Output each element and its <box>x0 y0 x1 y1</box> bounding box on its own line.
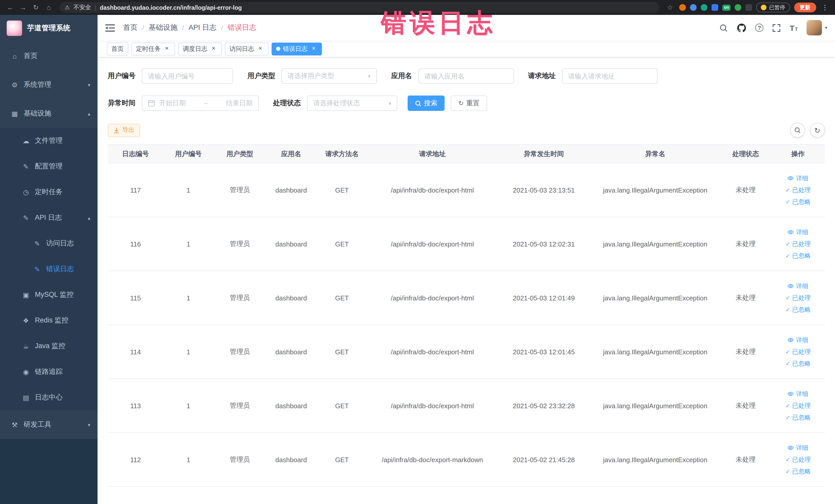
processed-link[interactable]: ✓已处理 <box>774 186 822 194</box>
help-icon[interactable]: ? <box>755 24 763 32</box>
detail-link[interactable]: 详细 <box>774 336 822 344</box>
date-range-picker[interactable]: 开始日期 ~ 结束日期 <box>142 96 259 111</box>
sidebar-item-system-management[interactable]: ⚙系统管理▾ <box>0 70 98 99</box>
toggle-search-button[interactable] <box>790 123 805 138</box>
logo-row[interactable]: 芋道管理系统 <box>0 15 98 42</box>
sidebar-item-config-management[interactable]: ✎配置管理 <box>0 154 98 179</box>
processed-link[interactable]: ✓已处理 <box>774 455 822 464</box>
refresh-icon: ↻ <box>459 100 464 107</box>
sidebar-item-dev-tools[interactable]: ⚒研发工具▾ <box>0 410 98 439</box>
ignored-link[interactable]: ✓已忽略 <box>774 359 822 368</box>
reload-icon[interactable]: ↻ <box>31 4 41 11</box>
ignored-link[interactable]: ✓已忽略 <box>774 413 822 422</box>
font-size-icon[interactable]: TT <box>790 23 798 32</box>
user-type-select[interactable]: 请选择用户类型 ▾ <box>281 68 377 84</box>
extension-icon-orange[interactable] <box>679 4 686 11</box>
close-icon[interactable]: × <box>257 45 264 53</box>
processed-link[interactable]: ✓已处理 <box>774 294 822 302</box>
extension-icon-blue[interactable] <box>690 4 697 11</box>
select-placeholder: 请选择用户类型 <box>287 72 334 81</box>
kebab-menu-icon[interactable]: ⋮ <box>820 4 830 11</box>
search-icon[interactable] <box>719 23 728 32</box>
extension-icon-green[interactable] <box>735 4 741 11</box>
close-icon[interactable]: × <box>163 45 170 53</box>
column-header: 用户类型 <box>213 144 266 163</box>
sidebar-item-infrastructure[interactable]: ▦基础设施▴ <box>0 99 98 128</box>
extension-icon-grid[interactable] <box>712 4 718 11</box>
paused-badge[interactable]: 已暂停 <box>756 3 790 12</box>
breadcrumb-item[interactable]: 首页 <box>123 23 138 32</box>
tab-home[interactable]: 首页 <box>107 42 128 55</box>
sidebar-item-label: 日志中心 <box>35 393 63 402</box>
avatar <box>807 20 822 36</box>
cell-app: dashboard <box>266 271 316 325</box>
processed-link[interactable]: ✓已处理 <box>774 347 822 356</box>
sidebar-item-mysql-monitor[interactable]: ▣MySQL 监控 <box>0 282 98 308</box>
filter-exception-time: 异常时间 开始日期 ~ 结束日期 <box>108 96 259 111</box>
sidebar-item-home[interactable]: ⌂首页 <box>0 42 98 70</box>
processed-link[interactable]: ✓已处理 <box>774 240 822 248</box>
update-button[interactable]: 更新 <box>794 3 816 12</box>
ignored-link[interactable]: ✓已忽略 <box>774 467 822 476</box>
hamburger-icon[interactable] <box>105 23 115 32</box>
ignored-link[interactable]: ✓已忽略 <box>774 305 822 314</box>
tab-scheduled-jobs[interactable]: 定时任务× <box>131 42 175 55</box>
ignored-link[interactable]: ✓已忽略 <box>774 198 822 206</box>
redis-monitor-icon: ❖ <box>22 317 30 324</box>
github-icon[interactable] <box>737 23 747 33</box>
cell-method: GET <box>316 325 368 379</box>
app-name-input[interactable] <box>418 68 514 84</box>
action-label: 详细 <box>796 389 808 398</box>
error-log-icon: ✎ <box>33 265 42 273</box>
sidebar-item-scheduled-jobs[interactable]: ◷定时任务 <box>0 179 98 205</box>
cell-url: /api/infra/db-doc/export-html <box>368 163 497 217</box>
tab-job-log[interactable]: 调度日志× <box>178 42 222 55</box>
sidebar-item-access-log[interactable]: ✎访问日志 <box>0 230 98 256</box>
detail-link[interactable]: 详细 <box>774 389 822 398</box>
tab-access-log[interactable]: 访问日志× <box>225 42 268 55</box>
navbar-actions: ? TT ▾ <box>719 20 827 36</box>
extension-on-badge[interactable]: on <box>722 4 731 11</box>
detail-link[interactable]: 详细 <box>774 174 822 183</box>
tab-label: 定时任务 <box>136 44 161 53</box>
chevron-down-icon: ▾ <box>825 25 827 30</box>
sidebar-item-error-log[interactable]: ✎错误日志 <box>0 256 98 282</box>
cell-user_id: 1 <box>163 271 213 325</box>
detail-link[interactable]: 详细 <box>774 443 822 452</box>
bookmark-star-icon[interactable]: ☆ <box>665 4 675 11</box>
breadcrumb-item[interactable]: 基础设施 <box>149 23 177 32</box>
back-icon[interactable]: ← <box>5 4 15 11</box>
sidebar-item-api-logs[interactable]: ✎API 日志▴ <box>0 205 98 230</box>
cell-id: 115 <box>108 271 163 325</box>
cell-user_id: 1 <box>163 379 213 432</box>
detail-link[interactable]: 详细 <box>774 228 822 237</box>
user-id-input[interactable] <box>142 68 233 84</box>
sidebar-item-link-tracing[interactable]: ◉链路追踪 <box>0 359 98 385</box>
sidebar-item-file-management[interactable]: ☁文件管理 <box>0 128 98 154</box>
search-button-label: 搜索 <box>424 99 437 108</box>
user-menu[interactable]: ▾ <box>807 20 827 36</box>
request-url-input[interactable] <box>562 68 657 84</box>
extension-puzzle-icon[interactable] <box>746 4 752 11</box>
forward-icon[interactable]: → <box>18 4 28 11</box>
extension-icon-teal[interactable] <box>701 4 708 11</box>
close-icon[interactable]: × <box>310 45 317 53</box>
sidebar-item-redis-monitor[interactable]: ❖Redis 监控 <box>0 308 98 333</box>
tab-error-log[interactable]: 错误日志× <box>271 42 322 55</box>
breadcrumb-item[interactable]: API 日志 <box>189 23 217 32</box>
reset-button[interactable]: ↻ 重置 <box>451 96 487 111</box>
sidebar-item-java-monitor[interactable]: ☕Java 监控 <box>0 333 98 359</box>
column-header: 请求方法名 <box>316 144 368 163</box>
close-icon[interactable]: × <box>210 45 217 53</box>
search-button[interactable]: 搜索 <box>408 96 445 111</box>
export-button[interactable]: 导出 <box>108 123 140 137</box>
processed-link[interactable]: ✓已处理 <box>774 401 822 410</box>
refresh-table-button[interactable]: ↻ <box>810 123 825 138</box>
ignored-link[interactable]: ✓已忽略 <box>774 251 822 260</box>
detail-link[interactable]: 详细 <box>774 282 822 290</box>
address-bar[interactable]: ⚠ 不安全 | dashboard.yudao.iocoder.cn/infra… <box>60 2 659 13</box>
sidebar-item-log-center[interactable]: ▤日志中心 <box>0 385 98 410</box>
browser-home-icon[interactable]: ⌂ <box>44 4 54 11</box>
process-status-select[interactable]: 请选择处理状态 ▾ <box>307 96 398 111</box>
fullscreen-icon[interactable] <box>772 23 781 32</box>
